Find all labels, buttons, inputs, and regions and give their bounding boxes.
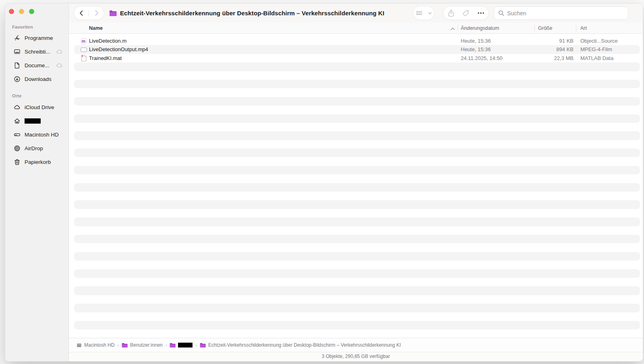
empty-row bbox=[74, 174, 640, 183]
file-row[interactable]: LiveDetectionOutput.mp4Heute, 15:36894 K… bbox=[74, 45, 640, 54]
search-input[interactable] bbox=[507, 10, 624, 17]
sort-ascending-icon[interactable] bbox=[451, 26, 455, 31]
file-date: Heute, 15:36 bbox=[461, 45, 491, 54]
group-view-icon bbox=[416, 10, 422, 17]
folder-icon bbox=[170, 343, 176, 348]
sidebar-item-airdrop[interactable]: AirDrop bbox=[5, 141, 67, 155]
main-area: Echtzeit-Verkehrsschilderkennung über De… bbox=[69, 4, 643, 361]
sidebar-item-label: Downloads bbox=[25, 76, 52, 82]
redacted-username bbox=[25, 118, 41, 124]
breadcrumb-item[interactable]: Macintosh HD bbox=[77, 342, 114, 348]
file-list: mLiveDetection.mHeute, 15:3691 KBObjecti… bbox=[69, 34, 643, 338]
empty-row bbox=[74, 226, 640, 235]
empty-row bbox=[74, 269, 640, 278]
empty-row bbox=[74, 80, 640, 88]
empty-row bbox=[74, 123, 640, 131]
empty-row bbox=[74, 304, 640, 312]
empty-row bbox=[74, 209, 640, 217]
sidebar-item-macintosh-hd[interactable]: Macintosh HD bbox=[5, 128, 67, 141]
sidebar-item-label: Schreibti... bbox=[25, 49, 50, 55]
file-name: TrainedKI.mat bbox=[89, 54, 122, 62]
empty-row bbox=[74, 97, 640, 105]
breadcrumb-label: Macintosh HD bbox=[84, 342, 114, 348]
sidebar-section-orte: Orte bbox=[12, 93, 22, 98]
empty-row bbox=[74, 235, 640, 243]
appstore-icon bbox=[14, 35, 21, 41]
path-bar: Macintosh HD›Benutzer:innen››Echtzeit-Ve… bbox=[69, 338, 643, 352]
desktop-icon bbox=[14, 48, 21, 55]
file-kind: Objecti...Source bbox=[580, 37, 618, 45]
column-kind[interactable]: Art bbox=[580, 23, 587, 34]
breadcrumb-item[interactable]: Benutzer:innen bbox=[122, 342, 163, 348]
video-file-icon bbox=[81, 48, 87, 52]
more-options-button[interactable] bbox=[474, 12, 488, 14]
close-button[interactable] bbox=[9, 9, 14, 14]
file-row[interactable]: mLiveDetection.mHeute, 15:3691 KBObjecti… bbox=[74, 37, 640, 45]
status-text: 3 Objekte, 290,65 GB verfügbar bbox=[322, 354, 390, 359]
empty-row bbox=[74, 261, 640, 269]
file-row[interactable]: TrainedKI.mat24.11.2025, 14:5022,3 MBMAT… bbox=[74, 54, 640, 62]
empty-row bbox=[74, 217, 640, 226]
sidebar-item-schreibti[interactable]: Schreibti... bbox=[5, 45, 67, 58]
minimize-button[interactable] bbox=[19, 9, 24, 14]
sidebar-item-icloud-drive[interactable]: iCloud Drive bbox=[5, 100, 67, 114]
empty-row bbox=[74, 286, 640, 295]
toolbar: Echtzeit-Verkehrsschilderkennung über De… bbox=[69, 4, 643, 23]
cloud-icon bbox=[14, 104, 21, 111]
file-size: 22,3 MB bbox=[513, 54, 574, 62]
navigation-buttons bbox=[74, 6, 104, 20]
file-name: LiveDetection.m bbox=[89, 37, 126, 45]
trash-icon bbox=[14, 159, 21, 165]
file-date: Heute, 15:36 bbox=[461, 37, 491, 45]
finder-window: Favoriten ProgrammeSchreibti...Docume...… bbox=[5, 3, 643, 362]
empty-row bbox=[74, 252, 640, 261]
sidebar-section-favoriten: Favoriten bbox=[12, 25, 33, 29]
empty-row bbox=[74, 329, 640, 338]
view-options-button[interactable] bbox=[413, 6, 434, 20]
matlab-data-icon bbox=[81, 55, 87, 62]
breadcrumb-item[interactable]: Echtzeit-Verkehrsschilderkennung über De… bbox=[200, 342, 401, 348]
sidebar-item-label: Docume... bbox=[25, 62, 50, 68]
sidebar-item-programme[interactable]: Programme bbox=[5, 31, 67, 45]
column-size[interactable]: Größe bbox=[538, 23, 552, 34]
file-kind: MPEG-4-Film bbox=[580, 45, 612, 54]
breadcrumb-item[interactable] bbox=[170, 343, 193, 348]
sidebar-item-downloads[interactable]: Downloads bbox=[5, 72, 67, 86]
column-name[interactable]: Name bbox=[89, 23, 103, 34]
home-icon bbox=[14, 118, 21, 124]
download-circle-icon bbox=[14, 76, 21, 83]
back-button[interactable] bbox=[75, 10, 87, 16]
airdrop-icon bbox=[14, 145, 21, 152]
nav-divider bbox=[89, 10, 89, 17]
file-size: 894 KB bbox=[513, 45, 574, 54]
file-kind: MATLAB Data bbox=[580, 54, 613, 62]
toolbar-actions bbox=[443, 6, 489, 20]
file-name: LiveDetectionOutput.mp4 bbox=[89, 45, 148, 54]
window-title: Echtzeit-Verkehrsschilderkennung über De… bbox=[120, 10, 384, 17]
breadcrumb-separator: › bbox=[166, 343, 167, 347]
forward-button[interactable] bbox=[91, 10, 103, 16]
zoom-button[interactable] bbox=[29, 9, 34, 14]
column-date[interactable]: Änderungsdatum bbox=[461, 23, 499, 34]
empty-row bbox=[74, 140, 640, 149]
breadcrumb-separator: › bbox=[117, 343, 119, 347]
search-field[interactable] bbox=[494, 6, 628, 20]
file-size: 91 KB bbox=[513, 37, 574, 45]
chevron-down-icon bbox=[428, 12, 432, 14]
empty-row bbox=[74, 295, 640, 304]
status-bar: 3 Objekte, 290,65 GB verfügbar bbox=[69, 352, 643, 361]
sidebar-item-docume[interactable]: Docume... bbox=[5, 58, 67, 72]
file-date: 24.11.2025, 14:50 bbox=[461, 54, 503, 62]
empty-row bbox=[74, 243, 640, 252]
sidebar-item-home[interactable] bbox=[5, 114, 67, 128]
tag-button[interactable] bbox=[459, 10, 473, 17]
traffic-lights bbox=[9, 9, 34, 14]
empty-row bbox=[74, 131, 640, 140]
empty-row bbox=[74, 114, 640, 123]
empty-row bbox=[74, 192, 640, 200]
sidebar-item-papierkorb[interactable]: Papierkorb bbox=[5, 155, 67, 169]
empty-row bbox=[74, 321, 640, 329]
empty-row bbox=[74, 166, 640, 174]
share-button[interactable] bbox=[444, 10, 458, 17]
window-title-area: Echtzeit-Verkehrsschilderkennung über De… bbox=[109, 4, 384, 23]
